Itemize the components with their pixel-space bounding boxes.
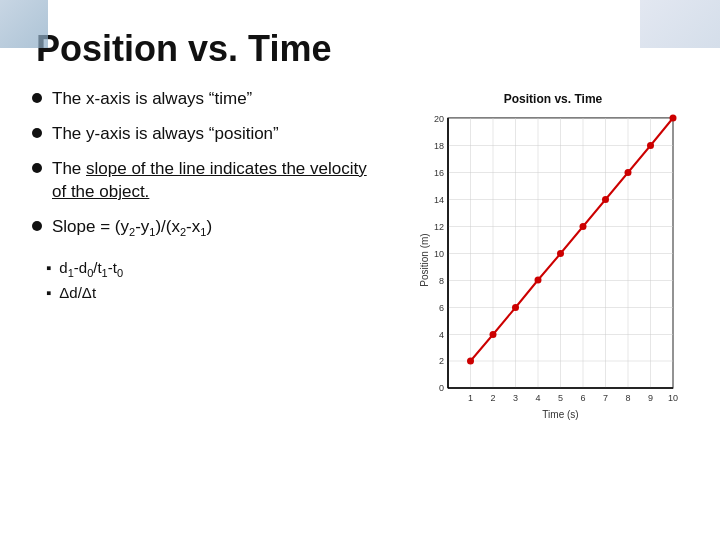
bullet-text-4: Slope = (y2-y1)/(x2-x1) (52, 216, 372, 240)
svg-text:1: 1 (468, 393, 473, 403)
sub-bullet-1: ▪ d1-d0/t1-t0 (46, 258, 372, 280)
data-point-5 (557, 250, 564, 257)
data-point-6 (580, 223, 587, 230)
svg-text:14: 14 (434, 195, 444, 205)
bullet-text-2: The y-axis is always “position” (52, 123, 372, 146)
bullet-dot-1 (32, 93, 42, 103)
data-point-1 (467, 358, 474, 365)
svg-text:5: 5 (558, 393, 563, 403)
content-area: The x-axis is always “time” The y-axis i… (32, 88, 688, 516)
svg-text:10: 10 (668, 393, 678, 403)
data-point-7 (602, 196, 609, 203)
svg-text:Position (m): Position (m) (419, 233, 430, 286)
svg-text:2: 2 (439, 356, 444, 366)
bullet-y-axis: The y-axis is always “position” (32, 123, 372, 146)
sub-bullet-text-2: Δd/Δt (59, 283, 96, 303)
slide: Position vs. Time The x-axis is always “… (0, 0, 720, 540)
svg-text:3: 3 (513, 393, 518, 403)
corner-decoration-tl (0, 0, 48, 48)
bullet-dot-3 (32, 163, 42, 173)
chart-container: Position vs. Time (388, 88, 688, 516)
svg-text:4: 4 (535, 393, 540, 403)
left-panel: The x-axis is always “time” The y-axis i… (32, 88, 372, 516)
svg-text:Time (s): Time (s) (542, 409, 578, 420)
bullet-dot-4 (32, 221, 42, 231)
svg-text:7: 7 (603, 393, 608, 403)
svg-text:2: 2 (490, 393, 495, 403)
data-point-10 (670, 115, 677, 122)
svg-text:8: 8 (625, 393, 630, 403)
svg-text:20: 20 (434, 114, 444, 124)
sub-marker-2: ▪ (46, 283, 51, 303)
bullet-x-axis: The x-axis is always “time” (32, 88, 372, 111)
svg-text:10: 10 (434, 249, 444, 259)
svg-text:6: 6 (580, 393, 585, 403)
svg-text:18: 18 (434, 141, 444, 151)
data-point-4 (535, 277, 542, 284)
data-point-9 (647, 142, 654, 149)
data-point-8 (625, 169, 632, 176)
slope-underline-text: slope of the line indicates the velocity… (52, 159, 367, 201)
chart-wrapper: 0 2 4 6 8 10 12 14 16 18 20 1 2 3 4 5 (418, 110, 688, 450)
bullet-text-3: The slope of the line indicates the velo… (52, 158, 372, 204)
svg-text:16: 16 (434, 168, 444, 178)
svg-text:8: 8 (439, 276, 444, 286)
svg-text:6: 6 (439, 303, 444, 313)
bullet-slope: The slope of the line indicates the velo… (32, 158, 372, 204)
sub-bullet-2: ▪ Δd/Δt (46, 283, 372, 303)
sub-bullet-text-1: d1-d0/t1-t0 (59, 258, 123, 280)
svg-text:9: 9 (648, 393, 653, 403)
sub-bullets: ▪ d1-d0/t1-t0 ▪ Δd/Δt (46, 258, 372, 306)
data-point-2 (490, 331, 497, 338)
data-point-3 (512, 304, 519, 311)
svg-text:4: 4 (439, 330, 444, 340)
bullet-dot-2 (32, 128, 42, 138)
svg-text:0: 0 (439, 383, 444, 393)
position-time-chart: 0 2 4 6 8 10 12 14 16 18 20 1 2 3 4 5 (418, 110, 688, 440)
sub-marker-1: ▪ (46, 258, 51, 278)
svg-text:12: 12 (434, 222, 444, 232)
bullet-text-1: The x-axis is always “time” (52, 88, 372, 111)
bullet-formula: Slope = (y2-y1)/(x2-x1) (32, 216, 372, 240)
slide-title: Position vs. Time (36, 28, 688, 70)
chart-title: Position vs. Time (418, 92, 688, 106)
corner-decoration-tr (640, 0, 720, 48)
